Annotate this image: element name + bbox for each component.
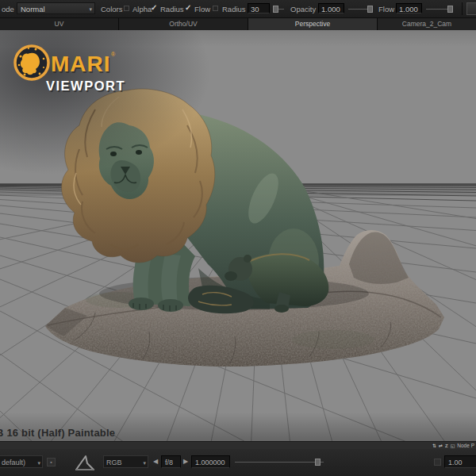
node-panel-label[interactable]: Node P (457, 443, 474, 448)
blend-mode-dropdown[interactable]: Normal (17, 2, 95, 14)
channel-dropdown[interactable]: RGB (103, 455, 148, 468)
opacity-slider-handle[interactable] (367, 6, 373, 13)
radius-link-checkbox[interactable] (213, 6, 218, 11)
flow-checkbox[interactable] (186, 6, 191, 11)
paint-opacity-field[interactable]: 1.000000 (191, 455, 230, 468)
prev-arrow-button[interactable]: ◀ (153, 458, 158, 466)
radius-toggle-label: Radius (160, 4, 184, 14)
paint-opacity-slider-handle[interactable] (315, 459, 321, 466)
channel-info-text: B 16 bit (Half) Paintable (0, 427, 115, 439)
3d-viewport-canvas[interactable]: MARI MARI ® VIEWPORT VIEWPORT B 16 bit (… (0, 30, 476, 441)
colors-label: Colors (101, 4, 122, 14)
layer-dropdown-value: default) (2, 459, 25, 466)
toolbar-separator (462, 2, 463, 15)
mari-logo: MARI MARI ® VIEWPORT VIEWPORT (10, 41, 144, 106)
logo-subtitle: VIEWPORT (46, 79, 125, 93)
layer-dropdown[interactable]: default) (0, 455, 43, 468)
paint-toolbar: ode Normal Colors Alpha Radius Flow Radi… (0, 0, 476, 18)
radius-checkbox[interactable] (152, 6, 157, 11)
depth-axis-icon[interactable]: Z (445, 443, 448, 448)
chevron-down-icon (37, 457, 40, 470)
radius-value-field[interactable]: 30 (248, 3, 270, 13)
chevron-down-icon (143, 457, 146, 470)
opacity-label: Opacity (290, 4, 316, 14)
registered-mark: ® (111, 52, 116, 57)
mode-label: ode (2, 4, 14, 14)
flow-slider-label: Flow (378, 4, 394, 14)
right-value-field[interactable]: 1.00 (444, 455, 476, 468)
fstop-field[interactable]: f/8 (161, 455, 181, 468)
radius-slider-label: Radius (222, 4, 246, 14)
mari-application-window: ode Normal Colors Alpha Radius Flow Radi… (0, 0, 476, 476)
view-tab-bar: UV Ortho/UV Perspective Camera_2_Cam (0, 18, 476, 30)
translate-axis-icon[interactable]: ⇅ (432, 443, 436, 448)
opacity-value-field[interactable]: 1.000 (318, 3, 344, 13)
tab-uv[interactable]: UV (0, 18, 119, 30)
flow-toggle-label: Flow (194, 4, 210, 14)
frame-icon[interactable]: ◱ (451, 443, 455, 448)
paint-opacity-slider-track[interactable] (235, 462, 324, 463)
logo-wordmark: MARI (51, 52, 111, 76)
tab-ortho-uv[interactable]: Ortho/UV (119, 18, 248, 30)
channel-dropdown-value: RGB (106, 459, 122, 466)
layer-lock-button[interactable]: ▪ (47, 458, 56, 466)
pan-axis-icon[interactable]: ⇄ (439, 443, 443, 448)
mari-paint-buffer-icon[interactable] (74, 454, 96, 471)
mini-toggle-button[interactable] (434, 459, 441, 466)
clipped-toolbar-button[interactable] (466, 2, 476, 15)
flow-value-field[interactable]: 1.000 (396, 3, 422, 13)
flow-slider-handle[interactable] (447, 6, 453, 13)
blend-mode-value: Normal (21, 5, 45, 13)
alpha-label: Alpha (132, 4, 152, 14)
status-strip: ⇅ ⇄ Z ◱ Node P (0, 441, 476, 449)
tab-camera-2-cam[interactable]: Camera_2_Cam (378, 18, 476, 30)
chevron-down-icon (89, 3, 92, 15)
next-arrow-button[interactable]: ▶ (183, 458, 188, 466)
radius-slider-handle[interactable] (273, 6, 278, 13)
projection-toolbar: default) ▪ RGB ◀ f/8 ▶ 1.000000 1.00 (0, 449, 476, 476)
tab-perspective[interactable]: Perspective (248, 18, 378, 30)
alpha-checkbox[interactable] (124, 6, 129, 11)
